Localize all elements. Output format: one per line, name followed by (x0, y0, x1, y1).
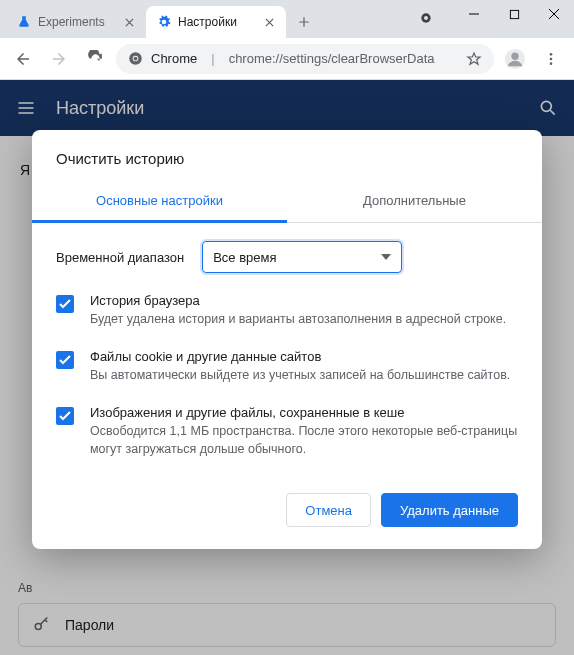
check-title: Файлы cookie и другие данные сайтов (90, 349, 510, 364)
menu-button[interactable] (536, 44, 566, 74)
chevron-down-icon (381, 254, 391, 260)
time-range-select[interactable]: Все время (202, 241, 402, 273)
window-titlebar: Experiments Настройки (0, 0, 574, 38)
separator: | (205, 51, 220, 66)
checkbox[interactable] (56, 295, 74, 313)
tab-experiments[interactable]: Experiments (6, 6, 146, 38)
omnibox-url: chrome://settings/clearBrowserData (229, 51, 435, 66)
svg-point-5 (134, 57, 138, 61)
check-title: Изображения и другие файлы, сохраненные … (90, 405, 518, 420)
close-icon[interactable] (262, 15, 276, 29)
minimize-button[interactable] (454, 0, 494, 28)
back-button[interactable] (8, 44, 38, 74)
time-range-label: Временной диапазон (56, 250, 184, 265)
check-browsing-history[interactable]: История браузера Будет удалена история и… (32, 283, 542, 339)
tab-advanced[interactable]: Дополнительные (287, 181, 542, 222)
omnibox-label: Chrome (151, 51, 197, 66)
check-desc: Вы автоматически выйдете из учетных запи… (90, 366, 510, 385)
check-desc: Будет удалена история и варианты автозап… (90, 310, 506, 329)
circle-icon[interactable] (412, 4, 440, 32)
flask-icon (16, 14, 32, 30)
time-range-row: Временной диапазон Все время (32, 223, 542, 283)
cancel-button[interactable]: Отмена (286, 493, 371, 527)
new-tab-button[interactable] (290, 8, 318, 36)
window-controls (412, 0, 574, 38)
chrome-icon (128, 51, 143, 66)
close-icon[interactable] (122, 15, 136, 29)
browser-tabs: Experiments Настройки (0, 0, 412, 38)
svg-point-1 (424, 16, 428, 20)
checkbox[interactable] (56, 407, 74, 425)
select-value: Все время (213, 250, 276, 265)
browser-toolbar: Chrome | chrome://settings/clearBrowserD… (0, 38, 574, 80)
check-title: История браузера (90, 293, 506, 308)
dialog-title: Очистить историю (32, 130, 542, 181)
profile-button[interactable] (500, 44, 530, 74)
forward-button[interactable] (44, 44, 74, 74)
maximize-button[interactable] (494, 0, 534, 28)
close-window-button[interactable] (534, 0, 574, 28)
dialog-tabs: Основные настройки Дополнительные (32, 181, 542, 223)
svg-point-10 (550, 62, 553, 65)
svg-rect-2 (510, 10, 518, 18)
svg-point-8 (550, 53, 553, 56)
dialog-buttons: Отмена Удалить данные (32, 469, 542, 531)
tab-label: Experiments (38, 15, 116, 29)
reload-button[interactable] (80, 44, 110, 74)
bookmark-icon[interactable] (466, 51, 482, 67)
tab-label: Настройки (178, 15, 256, 29)
svg-point-7 (511, 52, 518, 59)
gear-icon (156, 14, 172, 30)
check-cache[interactable]: Изображения и другие файлы, сохраненные … (32, 395, 542, 470)
check-cookies[interactable]: Файлы cookie и другие данные сайтов Вы а… (32, 339, 542, 395)
tab-basic[interactable]: Основные настройки (32, 181, 287, 223)
svg-point-9 (550, 57, 553, 60)
check-desc: Освободится 1,1 МБ пространства. После э… (90, 422, 518, 460)
clear-data-dialog: Очистить историю Основные настройки Допо… (32, 130, 542, 549)
address-bar[interactable]: Chrome | chrome://settings/clearBrowserD… (116, 44, 494, 74)
clear-data-button[interactable]: Удалить данные (381, 493, 518, 527)
checkbox[interactable] (56, 351, 74, 369)
tab-settings[interactable]: Настройки (146, 6, 286, 38)
